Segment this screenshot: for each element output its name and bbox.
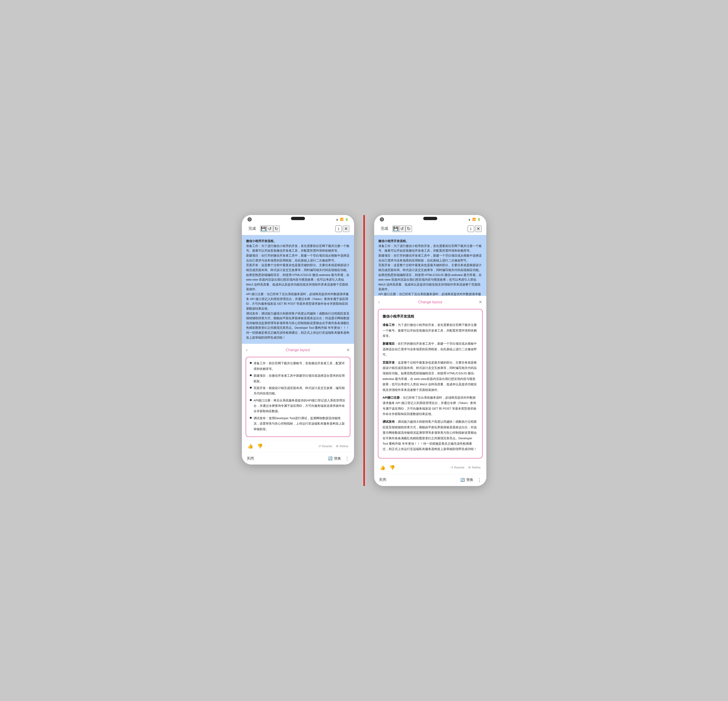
thumbup-icon: 👍 — [247, 443, 253, 449]
rewrite-label-right: Rewrite — [454, 466, 464, 469]
left-top-bar: 完成 💾 ↺ ↻ 1 ✕ — [242, 222, 354, 235]
left-text-area[interactable]: 微信小程序开发流程。 准备工作：为了进行微信小程序的开发，首先需要前往官网下载并… — [242, 235, 354, 344]
right-rewrite-button[interactable]: ↺ Rewrite — [449, 465, 466, 470]
save-icon: 💾 — [261, 226, 266, 231]
section-label-1: 准备工作 — [383, 323, 395, 327]
right-cl-back-button[interactable]: ‹ — [378, 299, 382, 305]
save-icon-right: 💾 — [393, 226, 398, 231]
para-2: 新建项目：在打开的微信开发者工具中，新建一个空白项目或从模板中选择适合自己需求与… — [246, 254, 350, 262]
replace-label: 替换 — [334, 456, 341, 461]
replace-label-right: 替换 — [466, 477, 473, 482]
phone-notch — [291, 217, 305, 220]
close-icon-right: ✕ — [477, 226, 480, 231]
list-item: 页面开发：根据设计稿完成页面布局、样式设计及交互效果，编写相关代码实现功能。 — [250, 385, 346, 396]
section-label-2: 新建项目 — [383, 342, 395, 345]
para-4-right: API 接口注册：当已经有了后台系统服务器时，必须将其提供对外数据请求服务 AP… — [378, 293, 481, 296]
left-save-button[interactable]: 💾 — [260, 225, 267, 232]
right-save-button[interactable]: 💾 — [392, 225, 399, 232]
rewrite-icon-right: ↺ — [451, 466, 453, 469]
cl-close-icon-right: ✕ — [479, 300, 482, 304]
right-action-bar: 👍 👎 ↺ Rewrite ⚙ Refine — [374, 461, 486, 474]
phone-notch-right — [423, 217, 437, 220]
bullet-text-5: 调试发布：使用Developer Tool进行调试，监测网络数据流传输情况，设置… — [254, 415, 346, 432]
wifi-icon-right: ▲ — [468, 218, 471, 221]
list-item: 准备工作：前往官网下载并注册账号，安装微信开发者工具，配置环境和依赖库等。 — [250, 361, 346, 372]
thumbup-icon-right: 👍 — [380, 465, 386, 470]
main-title: 微信小程序开发流程。 — [246, 239, 276, 243]
left-thumbup-button[interactable]: 👍 — [246, 442, 255, 450]
thumbdown-icon-right: 👎 — [389, 465, 395, 470]
svg-line-2 — [250, 219, 250, 220]
right-thumbup-button[interactable]: 👍 — [378, 464, 387, 471]
replace-icon-right: 🔄 — [461, 478, 465, 482]
main-text: 微信小程序开发流程。 准备工作：为了进行微信小程序的开发，首先需要前往官网下载并… — [246, 239, 350, 340]
undo-icon-right: ↺ — [400, 226, 404, 231]
right-undo-button[interactable]: ↺ — [399, 225, 406, 232]
right-top-bar: 完成 💾 ↺ ↻ 1 ✕ — [374, 222, 486, 235]
right-bottom-close-button[interactable]: 关闭 — [379, 477, 386, 482]
right-text-area[interactable]: 微信小程序开发流程。 准备工作：为了进行微信小程序的开发，首先需要前往官网下载并… — [374, 235, 486, 296]
refine-label: Refine — [339, 444, 348, 448]
right-phone: ▲ 📶 🔋 完成 💾 ↺ ↻ 1 ✕ — [374, 215, 486, 486]
para-1: 准备工作：为了进行微信小程序的开发，首先需要前往官网下载并注册一个账号。接着可以… — [246, 244, 350, 252]
right-change-layout-panel: ‹ Change layout ✕ 微信小程序开发流程 准备工作：为了进行微信小… — [374, 296, 486, 474]
bullet-text-4: API接口注册：将后台系统服务器提供的API接口登记进入系统管理后台，并通过令牌… — [254, 398, 346, 414]
para-2-right: 新建项目：在打开的微信开发者工具中，新建一个空白项目或从模板中选择适合自己需求与… — [378, 254, 482, 262]
rewrite-icon: ↺ — [318, 444, 321, 448]
refine-label-right: Refine — [472, 466, 481, 469]
replace-icon: 🔄 — [328, 456, 332, 460]
back-icon: ‹ — [246, 347, 248, 352]
bullet-dot — [250, 362, 252, 364]
right-thumbdown-button[interactable]: 👎 — [387, 464, 397, 471]
right-close-top-button[interactable]: ✕ — [475, 225, 482, 232]
left-more-button[interactable]: ⋮ — [345, 456, 350, 461]
status-clock — [247, 217, 252, 222]
left-undo-button[interactable]: ↺ — [267, 225, 273, 232]
left-bottom-bar: 关闭 🔄 替换 ⋮ — [242, 452, 354, 464]
right-structured-box: 微信小程序开发流程 准备工作：为了进行微信小程序的开发，首先需要前往官网下载并注… — [378, 309, 482, 459]
right-refine-button[interactable]: ⚙ Refine — [466, 465, 482, 470]
thumbdown-icon: 👎 — [257, 443, 263, 449]
para-1-right: 准备工作：为了进行微信小程序的开发，首先需要前往官网下载并注册一个账号。接着可以… — [378, 244, 482, 252]
refine-icon-right: ⚙ — [468, 466, 471, 469]
right-page-num: 1 — [468, 225, 474, 232]
right-redo-button[interactable]: ↻ — [406, 225, 412, 232]
left-cl-close-button[interactable]: ✕ — [346, 348, 350, 353]
left-cl-back-button[interactable]: ‹ — [246, 347, 250, 353]
bullet-dot — [250, 417, 252, 419]
section-text-1: ：为了进行微信小程序的开发，首先需要前往官网下载并注册一个账号。接着可以开始安装… — [383, 323, 477, 338]
left-refine-button[interactable]: ⚙ Refine — [334, 443, 350, 449]
left-done-button[interactable]: 完成 — [247, 225, 258, 232]
close-text-right: 关闭 — [379, 477, 386, 482]
right-replace-button[interactable]: 🔄 替换 — [461, 477, 473, 482]
left-replace-button[interactable]: 🔄 替换 — [328, 456, 341, 461]
left-bullet-list: 准备工作：前往官网下载并注册账号，安装微信开发者工具，配置环境和依赖库等。 新建… — [246, 357, 350, 437]
right-done-button[interactable]: 完成 — [379, 225, 390, 232]
left-close-button[interactable]: ✕ — [343, 225, 350, 232]
left-thumbdown-button[interactable]: 👎 — [255, 442, 265, 450]
done-label-right: 完成 — [381, 226, 388, 231]
section-label-3: 页面开发 — [383, 361, 395, 364]
more-icon-right: ⋮ — [477, 477, 482, 483]
done-label: 完成 — [248, 226, 256, 231]
left-rewrite-button[interactable]: ↺ Rewrite — [316, 443, 334, 449]
left-bottom-close-button[interactable]: 关闭 — [247, 456, 254, 461]
left-redo-button[interactable]: ↻ — [273, 225, 280, 232]
right-more-button[interactable]: ⋮ — [477, 477, 482, 483]
left-cl-title: Change layout — [249, 348, 346, 352]
signal-icon-right: 📶 — [472, 218, 476, 221]
redo-icon: ↻ — [274, 226, 278, 231]
structured-section-5: 调试发布：调试能力越强大则获得客户高度认同越快！函数执行过程跟踪直至报错辅助排查… — [383, 419, 478, 452]
section-text-2: ：在打开的微信开发者工具中，新建一个空白项目或从模板中选择适合自己需求与业务场景… — [383, 342, 477, 356]
right-cl-close-button[interactable]: ✕ — [479, 300, 482, 305]
close-text: 关闭 — [247, 456, 254, 460]
right-bottom-bar: 关闭 🔄 替换 ⋮ — [374, 474, 486, 486]
status-right-icons-right: ▲ 📶 🔋 — [468, 218, 481, 221]
left-action-bar: 👍 👎 ↺ Rewrite ⚙ Refine — [242, 440, 354, 452]
undo-icon: ↺ — [268, 226, 272, 231]
signal-icon: 📶 — [340, 218, 344, 221]
list-item: 调试发布：使用Developer Tool进行调试，监测网络数据流传输情况，设置… — [250, 415, 346, 432]
status-right-icons: ▲ 📶 🔋 — [336, 218, 348, 221]
section-text-3: ：这是整个过程中最复杂也是最关键的部分。主要任务就是根据设计稿完成页面布局、样式… — [383, 361, 477, 392]
section-label-5: 调试发布 — [383, 420, 395, 423]
